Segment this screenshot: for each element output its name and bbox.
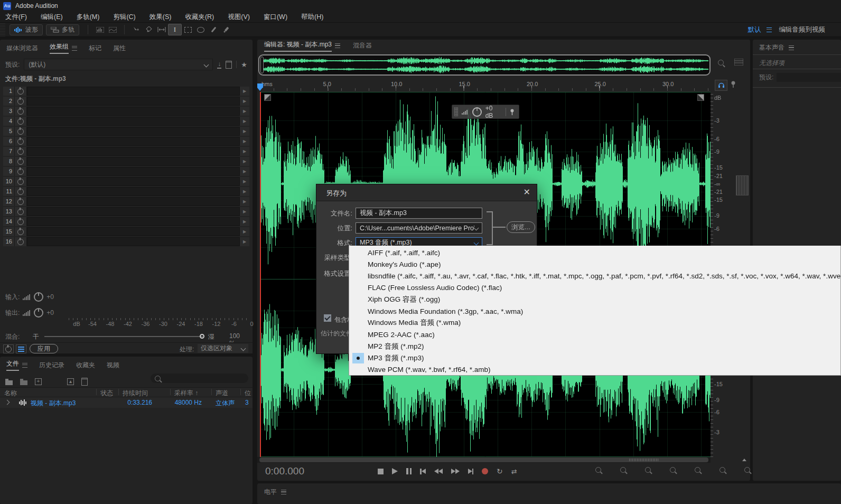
skip-to-end-button[interactable]	[468, 466, 474, 476]
time-selection-tool-icon[interactable]	[155, 24, 168, 35]
slot-power-icon[interactable]	[15, 177, 27, 186]
fast-forward-button[interactable]	[451, 466, 460, 476]
slot-arrow-icon[interactable]: ▶	[240, 207, 249, 216]
menu-item-4[interactable]: 效果(S)	[149, 13, 172, 22]
slot-power-icon[interactable]	[15, 97, 27, 106]
column-header-4[interactable]: 声道	[216, 389, 228, 398]
slot-bar[interactable]	[27, 107, 240, 116]
pin-icon[interactable]	[731, 81, 736, 90]
effect-slot-12[interactable]: 12▶	[3, 197, 249, 206]
menu-item-3[interactable]: 剪辑(C)	[113, 13, 135, 22]
slot-bar[interactable]	[27, 117, 240, 126]
location-dropdown[interactable]: C:\User...cuments\Adobe\Premiere Pro\13.…	[356, 222, 482, 234]
effect-slot-6[interactable]: 6▶	[3, 137, 249, 146]
slot-arrow-icon[interactable]: ▶	[240, 127, 249, 136]
menu-item-0[interactable]: 文件(F)	[5, 13, 27, 22]
input-gain-knob[interactable]	[34, 292, 43, 302]
slot-bar[interactable]	[27, 217, 240, 226]
process-dropdown[interactable]: 仅选区对象	[198, 344, 248, 353]
tab-files-0[interactable]: 文件	[6, 359, 27, 371]
delete-preset-icon[interactable]	[226, 61, 232, 69]
waveform-view-button[interactable]: 波形	[10, 24, 43, 35]
vertical-zoom-scrollbar[interactable]	[736, 175, 749, 195]
format-option-4[interactable]: Xiph OGG 容器 (*.ogg)	[349, 294, 840, 305]
format-option-1[interactable]: Monkey's Audio (*.ape)	[349, 258, 840, 270]
rewind-button[interactable]	[434, 466, 443, 476]
format-option-0[interactable]: AIFF (*.aif, *.aiff, *.aifc)	[349, 247, 840, 258]
tab-levels[interactable]: 电平	[264, 488, 277, 497]
multitrack-view-button[interactable]: 多轨	[46, 24, 79, 35]
pause-button[interactable]	[406, 466, 412, 476]
format-option-10[interactable]: Wave PCM (*.wav, *.bwf, *.rf64, *.amb)	[349, 364, 840, 376]
panel-layout-icon[interactable]	[734, 59, 743, 67]
volume-hud[interactable]: +0 dB	[452, 105, 519, 119]
play-button[interactable]	[392, 466, 398, 476]
slot-arrow-icon[interactable]: ▶	[240, 167, 249, 176]
import-file-icon[interactable]	[20, 380, 27, 385]
timeline-ruler[interactable]: hms 5.010.015.020.025.030.0	[257, 80, 711, 91]
slot-power-icon[interactable]	[15, 147, 27, 156]
zoom-to-in-point-button[interactable]	[719, 467, 735, 474]
slot-arrow-icon[interactable]: ▶	[240, 87, 249, 96]
spot-healing-brush-icon[interactable]	[220, 24, 232, 35]
effect-slot-13[interactable]: 13▶	[3, 207, 249, 216]
files-menu-icon[interactable]	[22, 363, 27, 368]
effect-slot-7[interactable]: 7▶	[3, 147, 249, 156]
slot-arrow-icon[interactable]: ▶	[240, 137, 249, 146]
editor-panel-menu-icon[interactable]	[335, 43, 340, 48]
spectral-display-icon[interactable]	[106, 24, 119, 35]
menu-item-6[interactable]: 视图(V)	[228, 13, 250, 22]
menu-item-5[interactable]: 收藏夹(R)	[185, 13, 214, 22]
zoom-out-amplitude-button[interactable]	[620, 467, 636, 474]
effect-slot-10[interactable]: 10▶	[3, 177, 249, 186]
slot-power-icon[interactable]	[15, 107, 27, 116]
slot-bar[interactable]	[27, 197, 240, 206]
waveform-display-icon[interactable]	[94, 24, 106, 35]
apply-button[interactable]: 应用	[30, 344, 58, 353]
tab-mixer[interactable]: 混音器	[353, 41, 372, 50]
effect-slot-8[interactable]: 8▶	[3, 157, 249, 166]
slot-bar[interactable]	[27, 227, 240, 236]
save-preset-icon[interactable]: ↓	[217, 60, 221, 69]
format-option-8[interactable]: MP2 音频 (*.mp2)	[349, 341, 840, 352]
slot-arrow-icon[interactable]: ▶	[240, 117, 249, 126]
effect-slot-16[interactable]: 16▶	[3, 237, 249, 246]
slot-power-icon[interactable]	[15, 207, 27, 216]
include-markers-checkbox[interactable]	[324, 314, 331, 322]
column-header-0[interactable]: 名称	[4, 389, 17, 398]
menu-item-7[interactable]: 窗口(W)	[264, 13, 287, 22]
slot-arrow-icon[interactable]: ▶	[240, 97, 249, 106]
fade-in-handle[interactable]	[264, 94, 271, 101]
slot-power-icon[interactable]	[15, 217, 27, 226]
preset-dropdown[interactable]: (默认)	[24, 59, 213, 70]
column-header-2[interactable]: 持续时间	[123, 389, 148, 398]
workspace-default-button[interactable]: 默认	[748, 25, 761, 34]
slot-power-icon[interactable]	[15, 187, 27, 196]
hud-pin-icon[interactable]	[510, 109, 515, 115]
fade-out-handle[interactable]	[697, 94, 704, 101]
effect-slot-5[interactable]: 5▶	[3, 127, 249, 136]
slot-arrow-icon[interactable]: ▶	[240, 227, 249, 236]
column-header-1[interactable]: 状态	[100, 389, 113, 398]
slot-power-icon[interactable]	[15, 197, 27, 206]
delete-file-icon[interactable]	[81, 378, 88, 386]
tab-essential-sound[interactable]: 基本声音	[759, 43, 784, 52]
tab-editor[interactable]: 编辑器: 视频 - 副本.mp3	[264, 40, 340, 52]
slot-arrow-icon[interactable]: ▶	[240, 177, 249, 186]
tab-files-1[interactable]: 历史记录	[39, 361, 64, 370]
slot-bar[interactable]	[27, 157, 240, 166]
rack-io-toggle[interactable]	[16, 344, 26, 353]
slot-arrow-icon[interactable]: ▶	[240, 147, 249, 156]
tab-effects-0[interactable]: 媒体浏览器	[6, 44, 38, 53]
menu-item-8[interactable]: 帮助(H)	[301, 13, 323, 22]
output-gain-knob[interactable]	[34, 308, 43, 318]
slot-arrow-icon[interactable]: ▶	[240, 237, 249, 246]
zoom-out-time-button[interactable]	[670, 467, 685, 474]
slot-bar[interactable]	[27, 127, 240, 136]
tab-effects-3[interactable]: 属性	[113, 44, 126, 53]
effect-slot-15[interactable]: 15▶	[3, 227, 249, 236]
slot-bar[interactable]	[27, 177, 240, 186]
time-display[interactable]: 0:00.000	[265, 465, 304, 477]
slot-bar[interactable]	[27, 87, 240, 96]
format-option-3[interactable]: FLAC (Free Lossless Audio Codec) (*.flac…	[349, 282, 840, 294]
